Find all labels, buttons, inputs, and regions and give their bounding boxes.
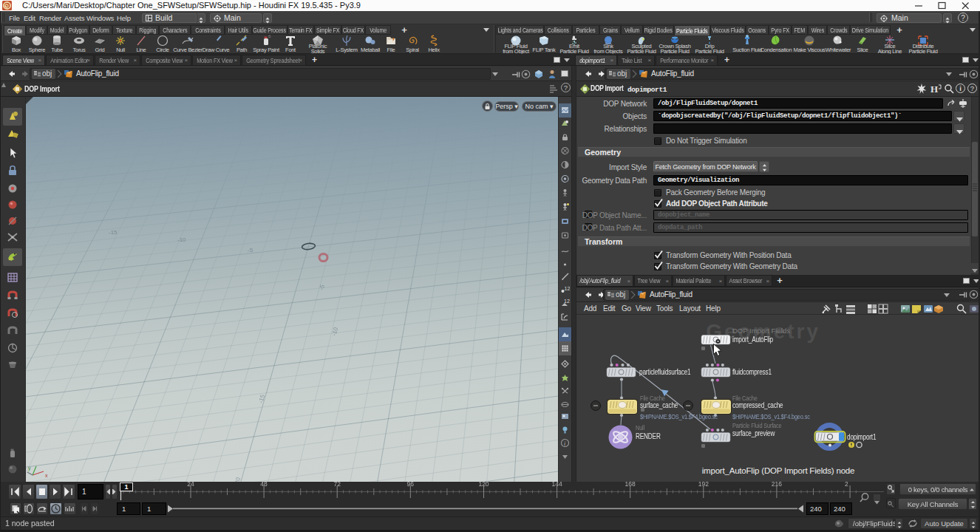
svg-text:-15: -15 bbox=[257, 393, 266, 403]
svg-text:-5: -5 bbox=[318, 284, 326, 291]
svg-text:x: x bbox=[45, 473, 48, 478]
svg-text:y: y bbox=[28, 466, 31, 471]
svg-text:H: H bbox=[930, 83, 938, 95]
svg-text:-10: -10 bbox=[330, 326, 339, 336]
svg-text:i: i bbox=[564, 440, 565, 447]
svg-text:-15: -15 bbox=[109, 229, 118, 236]
svg-text:-5: -5 bbox=[248, 247, 253, 253]
svg-text:-10: -10 bbox=[177, 236, 186, 243]
svg-text:DOP Import Fields: DOP Import Fields bbox=[732, 327, 790, 335]
svg-text:12: 12 bbox=[565, 286, 571, 291]
svg-text:12: 12 bbox=[564, 299, 570, 304]
